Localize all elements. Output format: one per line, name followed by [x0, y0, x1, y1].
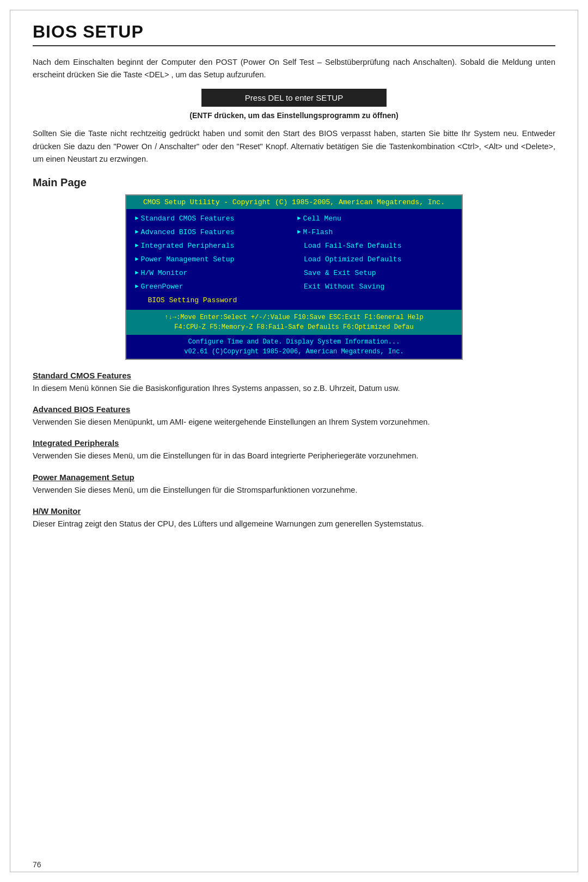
section-title-2: Integrated Peripherals	[33, 438, 555, 448]
press-del-text: Press DEL to enter SETUP	[245, 93, 343, 102]
bios-screen: CMOS Setup Utility - Copyright (C) 1985-…	[125, 194, 463, 360]
section-body-4: Dieser Eintrag zeigt den Status der CPU,…	[33, 518, 555, 530]
bios-left-item-0[interactable]: ► Standard CMOS Features	[132, 212, 294, 225]
main-page-section-title: Main Page	[33, 176, 555, 189]
section-title-0: Standard CMOS Features	[33, 371, 555, 380]
bios-right-item-0[interactable]: ► Cell Menu	[294, 212, 456, 225]
bios-footer-line2: F4:CPU-Z F5:Memory-Z F8:Fail-Safe Defaul…	[132, 322, 456, 332]
bios-footer-line1: ↑↓→:Move Enter:Select +/-/:Value F10:Sav…	[132, 313, 456, 322]
bios-left-item-1[interactable]: ► Advanced BIOS Features	[132, 226, 294, 238]
press-del-wrapper: Press DEL to enter SETUP	[33, 89, 555, 107]
bios-arrow-icon: ►	[297, 229, 301, 235]
entf-text: (ENTF drücken, um das Einstellungsprogra…	[33, 111, 555, 120]
section-body-0: In diesem Menü können Sie die Basiskonfi…	[33, 382, 555, 395]
bios-right-col: ► Cell Menu► M-FlashLoad Fail-Safe Defau…	[294, 212, 456, 307]
bios-left-item-4[interactable]: ► H/W Monitor	[132, 267, 294, 279]
page-number: 76	[33, 860, 41, 869]
section-body-1: Verwenden Sie diesen Menüpunkt, um AMI- …	[33, 416, 555, 428]
bios-arrow-icon: ►	[135, 256, 139, 262]
bios-info-bar: Configure Time and Date. Display System …	[126, 335, 462, 359]
bios-arrow-icon: ►	[135, 215, 139, 222]
bios-arrow-icon: ►	[135, 242, 139, 249]
bios-arrow-icon: ►	[135, 270, 139, 276]
bios-footer: ↑↓→:Move Enter:Select +/-/:Value F10:Sav…	[126, 310, 462, 335]
page-title: BIOS SETUP	[33, 22, 555, 42]
bios-left-col: ► Standard CMOS Features► Advanced BIOS …	[132, 212, 294, 307]
intro-text: Nach dem Einschalten beginnt der Compute…	[33, 56, 555, 81]
sections-container: Standard CMOS FeaturesIn diesem Menü kön…	[33, 371, 555, 530]
section-title-1: Advanced BIOS Features	[33, 405, 555, 414]
bios-arrow-icon: ►	[135, 283, 139, 290]
section-body-2: Verwenden Sie dieses Menü, um die Einste…	[33, 450, 555, 462]
bios-right-item-5[interactable]: Exit Without Saving	[294, 280, 456, 293]
bios-right-item-3[interactable]: Load Optimized Defaults	[294, 253, 456, 266]
bios-header: CMOS Setup Utility - Copyright (C) 1985-…	[126, 195, 462, 209]
bios-left-item-5[interactable]: ► GreenPower	[132, 280, 294, 293]
bios-arrow-icon: ►	[135, 229, 139, 235]
bios-body: ► Standard CMOS Features► Advanced BIOS …	[126, 209, 462, 310]
bios-left-item-3[interactable]: ► Power Management Setup	[132, 253, 294, 266]
section-body-3: Verwenden Sie dieses Menü, um die Einste…	[33, 484, 555, 497]
bios-left-item-2[interactable]: ► Integrated Peripherals	[132, 240, 294, 252]
bios-arrow-icon: ►	[297, 215, 301, 222]
bios-right-item-4[interactable]: Save & Exit Setup	[294, 267, 456, 279]
bios-right-item-1[interactable]: ► M-Flash	[294, 226, 456, 238]
bios-right-item-2[interactable]: Load Fail-Safe Defaults	[294, 240, 456, 252]
press-del-box: Press DEL to enter SETUP	[201, 89, 387, 107]
section-title-4: H/W Monitor	[33, 506, 555, 516]
body-text: Sollten Sie die Taste nicht rechtzeitig …	[33, 127, 555, 166]
bios-left-item-6[interactable]: BIOS Setting Password	[132, 294, 294, 307]
section-title-3: Power Management Setup	[33, 473, 555, 482]
title-divider	[33, 45, 555, 46]
bios-info-line1: Configure Time and Date. Display System …	[132, 337, 456, 347]
bios-info-line2: v02.61 (C)Copyright 1985-2006, American …	[132, 347, 456, 357]
